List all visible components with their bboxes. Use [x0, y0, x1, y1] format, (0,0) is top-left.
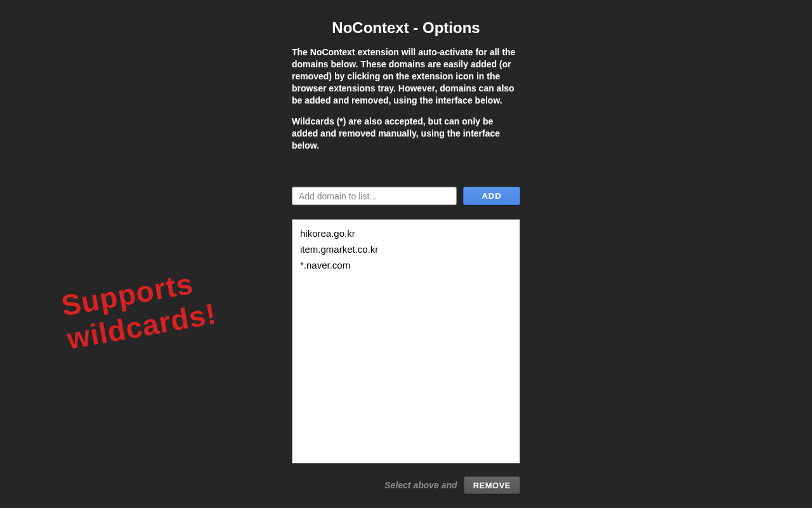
add-domain-row: ADD	[292, 187, 520, 205]
description-paragraph-1: The NoContext extension will auto-activa…	[292, 46, 520, 106]
list-item[interactable]: item.gmarket.co.kr	[300, 242, 512, 258]
remove-row: Select above and REMOVE	[292, 476, 520, 494]
remove-hint: Select above and	[384, 480, 457, 490]
list-item[interactable]: hikorea.go.kr	[300, 226, 512, 242]
list-item[interactable]: *.naver.com	[300, 258, 512, 274]
add-button[interactable]: ADD	[463, 187, 520, 205]
remove-button[interactable]: REMOVE	[464, 476, 520, 494]
description-paragraph-2: Wildcards (*) are also accepted, but can…	[292, 116, 520, 152]
domain-list[interactable]: hikorea.go.kr item.gmarket.co.kr *.naver…	[292, 219, 520, 464]
page-title: NoContext - Options	[292, 19, 520, 37]
options-container: NoContext - Options The NoContext extens…	[292, 0, 520, 494]
domain-input[interactable]	[292, 187, 457, 205]
callout-badge: Supports wildcards!	[59, 264, 219, 356]
